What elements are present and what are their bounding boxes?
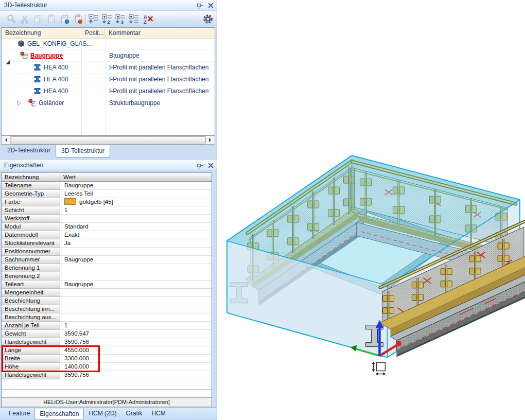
property-value[interactable]: Ja: [60, 239, 212, 248]
tab-hcm-2d-[interactable]: HCM (2D): [84, 408, 121, 419]
tree-row[interactable]: HEA 400I-Profil mit parallelen Flanschfl…: [2, 85, 215, 97]
property-value[interactable]: Leeres Teil: [60, 190, 212, 198]
tree-row-label[interactable]: GEL_KONFIG_GLAS...: [27, 40, 92, 48]
tree-row[interactable]: GEL_KONFIG_GLAS...: [2, 38, 215, 50]
tree-row-label[interactable]: HEA 400: [44, 87, 68, 95]
property-value[interactable]: [60, 313, 212, 322]
property-value[interactable]: 1: [60, 206, 212, 215]
property-row[interactable]: Benennung 2: [2, 272, 212, 281]
property-value[interactable]: Baugruppe: [60, 182, 212, 190]
remove-sorting-icon[interactable]: AZ: [143, 14, 153, 24]
property-row[interactable]: Anzahl je Teil1: [2, 322, 212, 330]
properties-column-header[interactable]: Bezeichnung: [2, 173, 60, 182]
beam-profile-icon: [33, 63, 42, 72]
property-row[interactable]: ModulStandard: [2, 223, 212, 231]
property-row[interactable]: Mengeneinheit: [2, 289, 212, 297]
property-value[interactable]: [60, 305, 212, 313]
property-value[interactable]: [60, 264, 212, 272]
collapse-structure-icon[interactable]: [89, 14, 99, 24]
copy-with-reference-icon[interactable]: [60, 14, 70, 24]
property-label: Sachnummer: [2, 256, 60, 264]
property-value[interactable]: goldgelb [45]: [60, 198, 212, 206]
properties-column-header[interactable]: Wert: [60, 173, 212, 182]
property-label: Anzahl je Teil: [2, 322, 60, 330]
property-row[interactable]: Beschichtung aus...: [2, 313, 212, 322]
tree-row[interactable]: GeländerStrukturbaugruppe: [2, 97, 215, 109]
color-swatch: [64, 198, 76, 205]
paste-icon[interactable]: [46, 14, 57, 24]
expand-level-3-icon[interactable]: 3: [115, 14, 126, 24]
copy-icon[interactable]: [33, 14, 43, 24]
property-value[interactable]: 3300.000: [60, 355, 212, 363]
property-row[interactable]: Handelsgewicht3590.756: [2, 371, 212, 379]
property-value[interactable]: Baugruppe: [60, 256, 212, 264]
property-row[interactable]: Beschichtung: [2, 297, 212, 305]
property-value[interactable]: Standard: [60, 223, 212, 231]
property-row[interactable]: Gewicht3590.547: [2, 330, 212, 338]
property-row[interactable]: Werkstoff-: [2, 215, 212, 223]
property-row[interactable]: Handelsgewicht3590.756: [2, 338, 212, 346]
expander-open-icon[interactable]: [6, 53, 10, 60]
expand-level-2-icon[interactable]: 2: [102, 14, 112, 24]
scrollbar-thumb[interactable]: [11, 136, 205, 145]
property-value[interactable]: Baugruppe: [60, 281, 212, 289]
tree-row-label[interactable]: HEA 400: [44, 63, 68, 72]
paste-with-reference-icon[interactable]: [73, 14, 83, 24]
tree-row[interactable]: HEA 400I-Profil mit parallelen Flanschfl…: [2, 62, 215, 74]
tab-3d-teilestruktur[interactable]: 3D-Teilestruktur: [56, 145, 110, 157]
property-value[interactable]: [60, 289, 212, 297]
property-value[interactable]: -: [60, 215, 212, 223]
close-icon[interactable]: [207, 162, 215, 169]
pin-icon[interactable]: [196, 162, 204, 169]
tree-column-header[interactable]: Posit...: [81, 28, 105, 38]
tab-2d-teilestruktur[interactable]: 2D-Teilestruktur: [2, 145, 56, 156]
tree-row-label[interactable]: Baugruppe: [30, 51, 63, 60]
property-value[interactable]: 3590.547: [60, 330, 212, 338]
property-value[interactable]: 3590.756: [60, 371, 212, 379]
property-row[interactable]: Geometrie-TypLeeres Teil: [2, 190, 212, 198]
property-label: Beschichtung: [2, 297, 60, 305]
property-row[interactable]: TeilenameBaugruppe: [2, 182, 212, 190]
tree-row-label[interactable]: HEA 400: [44, 75, 68, 83]
property-row[interactable]: Beschichtung inn...: [2, 305, 212, 313]
close-icon[interactable]: [207, 2, 215, 9]
property-row[interactable]: Benennung 1: [2, 264, 212, 272]
tree-row-label[interactable]: Geländer: [39, 99, 64, 107]
scroll-right-arrow-icon[interactable]: [205, 136, 215, 144]
settings-gear-icon[interactable]: [203, 14, 213, 24]
scroll-left-arrow-icon[interactable]: [2, 136, 11, 144]
property-value[interactable]: 1400.000: [60, 363, 212, 371]
pin-icon[interactable]: [196, 2, 204, 9]
property-row[interactable]: Höhe1400.000: [2, 363, 212, 371]
property-row[interactable]: Schicht1: [2, 206, 212, 215]
property-row[interactable]: DatenmodellExakt: [2, 231, 212, 239]
horizontal-scrollbar[interactable]: [1, 135, 215, 145]
tree-column-header[interactable]: Kommentar: [105, 28, 216, 38]
property-row[interactable]: Positionsnummer: [2, 248, 212, 256]
tree-row[interactable]: BaugruppeBaugruppe: [2, 50, 215, 62]
property-row[interactable]: SachnummerBaugruppe: [2, 256, 212, 264]
expand-all-icon[interactable]: [129, 14, 139, 24]
tab-grafik[interactable]: Grafik: [121, 408, 147, 419]
property-row[interactable]: StücklistenrelevantJa: [2, 239, 212, 248]
tree-column-header[interactable]: Bezeichnung: [2, 28, 81, 38]
property-value[interactable]: [60, 297, 212, 305]
property-row[interactable]: TeileartBaugruppe: [2, 281, 212, 289]
property-row[interactable]: Länge4550.000: [2, 346, 212, 355]
tab-hcm[interactable]: HCM: [147, 408, 170, 419]
property-value[interactable]: 1: [60, 322, 212, 330]
property-value[interactable]: [60, 272, 212, 281]
tab-eigenschaften[interactable]: Eigenschaften: [34, 408, 84, 420]
property-value[interactable]: 4550.000: [60, 346, 212, 355]
property-value[interactable]: 3590.756: [60, 338, 212, 346]
property-value[interactable]: [60, 248, 212, 256]
property-row[interactable]: Farbegoldgelb [45]: [2, 198, 212, 206]
expander-closed-icon[interactable]: [17, 100, 22, 108]
cut-scissors-icon[interactable]: [20, 14, 30, 24]
property-row[interactable]: Breite3300.000: [2, 355, 212, 363]
search-icon[interactable]: [6, 14, 16, 24]
tree-row[interactable]: HEA 400I-Profil mit parallelen Flanschfl…: [2, 74, 215, 85]
tab-feature[interactable]: Feature: [4, 408, 34, 419]
property-value[interactable]: Exakt: [60, 231, 212, 239]
viewport-3d[interactable]: [218, 0, 525, 420]
